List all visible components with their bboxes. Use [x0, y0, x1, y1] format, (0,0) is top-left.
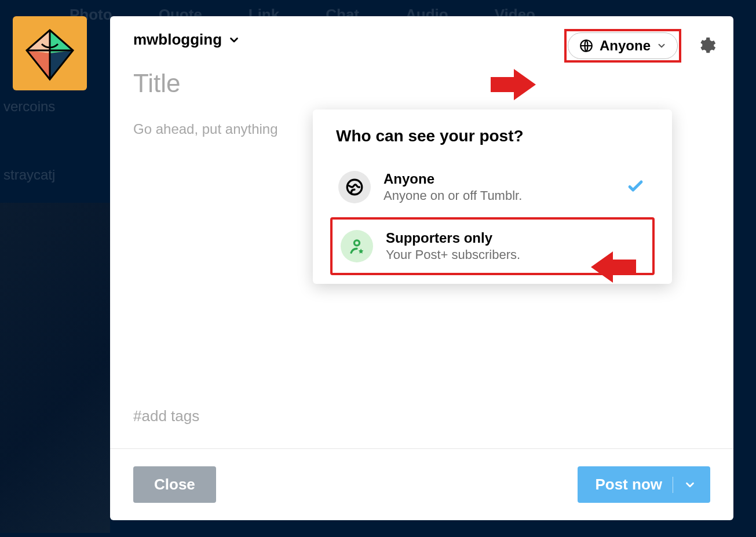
- audience-label: Anyone: [600, 38, 651, 54]
- post-now-button[interactable]: Post now: [578, 466, 710, 503]
- chevron-down-icon: [684, 478, 696, 491]
- avatar: [13, 16, 87, 90]
- avatar-icon: [21, 24, 79, 82]
- blog-selector[interactable]: mwblogging: [133, 31, 240, 49]
- close-button[interactable]: Close: [133, 466, 216, 503]
- chevron-down-icon: [656, 41, 667, 51]
- selected-check-icon: [626, 176, 645, 198]
- chevron-down-icon: [228, 34, 240, 46]
- visibility-option-supporters[interactable]: Supporters only Your Post+ subscribers.: [330, 217, 655, 275]
- supporter-icon: [347, 236, 367, 256]
- background-image: [0, 203, 110, 533]
- tags-input[interactable]: [110, 407, 733, 448]
- option-title: Supporters only: [386, 230, 520, 246]
- button-divider: [673, 477, 673, 493]
- modal-footer: Close Post now: [110, 448, 733, 520]
- gear-icon: [696, 36, 716, 56]
- option-subtitle: Anyone on or off Tumblr.: [384, 188, 522, 203]
- post-now-label: Post now: [595, 476, 662, 494]
- editor-area: Who can see your post? Anyone Anyone on …: [110, 54, 733, 407]
- blog-name: mwblogging: [133, 31, 222, 49]
- visibility-option-anyone[interactable]: Anyone Anyone on or off Tumblr.: [330, 160, 655, 214]
- option-title: Anyone: [384, 171, 522, 187]
- option-subtitle: Your Post+ subscribers.: [386, 247, 520, 262]
- globe-icon: [579, 38, 594, 53]
- visibility-popover: Who can see your post? Anyone Anyone on …: [313, 109, 672, 284]
- title-input[interactable]: [133, 69, 710, 98]
- modal-header: mwblogging Anyone: [110, 16, 733, 54]
- popover-heading: Who can see your post?: [336, 127, 655, 145]
- svg-point-10: [354, 240, 359, 246]
- globe-icon: [345, 177, 364, 197]
- compose-modal: mwblogging Anyone: [110, 16, 733, 520]
